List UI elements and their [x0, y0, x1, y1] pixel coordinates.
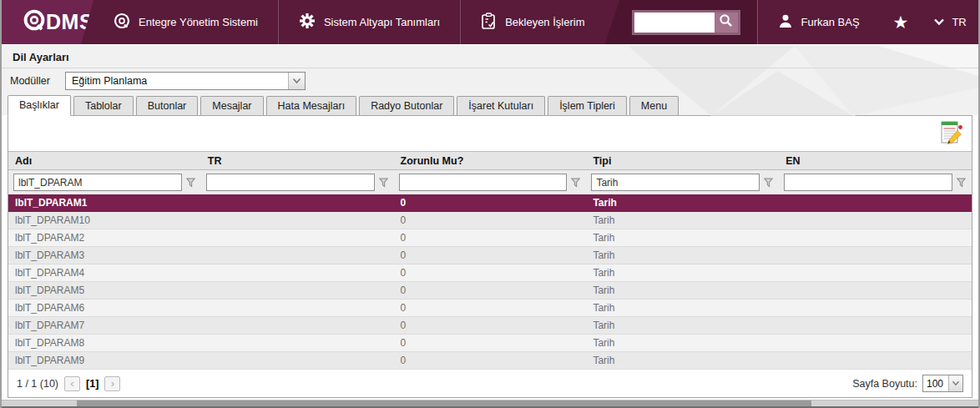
filter-cell [394, 174, 587, 191]
user-menu[interactable]: Furkan BAŞ [757, 0, 880, 44]
column-header[interactable]: EN [779, 152, 972, 169]
nav-sistem-altyapi-tanimlari[interactable]: Sistem Altyapı Tanımları [278, 0, 460, 44]
nav-bekleyen-islerim[interactable]: Bekleyen İşlerim [460, 0, 604, 44]
table-cell: Tarih [586, 285, 779, 296]
qdms-logo[interactable]: DMS [2, 0, 93, 44]
filter-input[interactable] [206, 174, 375, 191]
filter-input[interactable] [591, 174, 760, 191]
filter-cell [586, 174, 779, 191]
horizontal-scrollbar[interactable] [2, 400, 978, 406]
nav-label: Bekleyen İşlerim [505, 16, 584, 28]
table-row[interactable]: lblT_DPARAM40Tarih [8, 264, 972, 282]
scrollbar-thumb[interactable] [77, 400, 811, 406]
table-row[interactable]: lblT_DPARAM100Tarih [8, 212, 972, 229]
qdms-logo-text: DMS [23, 9, 93, 36]
table-cell: lblT_DPARAM7 [8, 320, 201, 331]
search-button[interactable] [715, 13, 738, 33]
nav-label: Sistem Altyapı Tanımları [324, 16, 440, 28]
table-row[interactable]: lblT_DPARAM60Tarih [8, 300, 972, 317]
column-header[interactable]: Adı [8, 152, 201, 169]
tab-butonlar[interactable]: Butonlar [136, 96, 199, 115]
table-cell: Tarih [586, 249, 779, 261]
qdms-q-icon [23, 9, 45, 36]
table-cell: lblT_DPARAM4 [8, 267, 201, 279]
tab-menu[interactable]: Menu [629, 96, 679, 115]
page-header-band: Dil Ayarları Modüller Eğitim Planlama Ba… [2, 46, 978, 115]
table-row[interactable]: lblT_DPARAM70Tarih [8, 317, 972, 335]
table-cell: lblT_DPARAM10 [8, 214, 201, 226]
edit-grid-icon[interactable] [941, 120, 963, 148]
page-size-value: 100 [923, 378, 948, 390]
top-navigation-bar: DMS Entegre Yönetim Sistemi Sistem Altya… [2, 0, 978, 46]
filter-funnel-icon[interactable] [570, 177, 581, 189]
page-title: Dil Ayarları [13, 51, 69, 63]
filter-input[interactable] [784, 174, 952, 191]
chevron-down-icon[interactable] [948, 375, 962, 391]
table-cell: Tarih [586, 214, 779, 226]
search-input[interactable] [634, 13, 715, 33]
tab-basliklar[interactable]: Başlıklar [8, 95, 71, 116]
page-size-dropdown[interactable]: 100 [922, 375, 963, 392]
grid-header-row: AdıTRZorunlu Mu?TipiEN [8, 151, 972, 170]
next-page-button[interactable]: › [104, 376, 120, 391]
table-cell: Tarih [586, 232, 779, 244]
table-cell: 0 [394, 355, 587, 366]
filter-input[interactable] [13, 174, 182, 191]
table-cell: lblT_DPARAM1 [8, 197, 201, 209]
filter-funnel-icon[interactable] [956, 177, 967, 189]
prev-page-button[interactable]: ‹ [64, 376, 80, 391]
table-row[interactable]: lblT_DPARAM50Tarih [8, 282, 972, 300]
table-row[interactable]: lblT_DPARAM80Tarih [8, 335, 972, 352]
gear-icon [299, 13, 316, 32]
nav-entegre-yonetim-sistemi[interactable]: Entegre Yönetim Sistemi [93, 0, 278, 44]
column-header[interactable]: TR [201, 152, 394, 169]
favorites-button[interactable]: ★ [880, 0, 922, 44]
grid-toolbar [8, 116, 972, 151]
user-name: Furkan BAŞ [801, 16, 860, 28]
page-size-label: Sayfa Boyutu: [852, 378, 917, 390]
page-summary: 1 / 1 (10) [17, 378, 58, 390]
tab-hata-mesajlari[interactable]: Hata Mesajları [266, 96, 357, 115]
qdms-circle-icon [114, 13, 130, 32]
table-cell: 0 [394, 302, 587, 314]
table-row[interactable]: lblT_DPARAM30Tarih [8, 247, 972, 264]
qdms-logo-suffix: DMS [46, 10, 93, 34]
table-cell: Tarih [586, 302, 779, 314]
chevron-down-icon [933, 16, 945, 28]
content-panel: AdıTRZorunlu Mu?TipiEN lblT_DPARAM10Tari… [8, 115, 972, 398]
filter-input[interactable] [399, 174, 568, 191]
module-dropdown-value: Eğitim Planlama [66, 75, 288, 87]
table-cell: 0 [394, 214, 587, 226]
filter-funnel-icon[interactable] [378, 177, 389, 189]
table-row[interactable]: lblT_DPARAM90Tarih [8, 352, 972, 370]
table-row[interactable]: lblT_DPARAM10Tarih [8, 194, 972, 212]
table-cell: Tarih [586, 355, 779, 366]
search-icon [719, 13, 733, 31]
module-dropdown[interactable]: Eğitim Planlama [65, 72, 306, 90]
table-cell: lblT_DPARAM3 [8, 249, 201, 261]
chevron-down-icon[interactable] [288, 73, 305, 89]
filter-funnel-icon[interactable] [185, 177, 196, 189]
module-selector-label: Modüller [10, 75, 50, 87]
tab-tablolar[interactable]: Tablolar [73, 96, 134, 115]
column-header[interactable]: Zorunlu Mu? [394, 152, 587, 169]
tab-islem-tipleri[interactable]: İşlem Tipleri [548, 96, 627, 115]
filter-cell [779, 174, 972, 191]
table-cell: 0 [394, 249, 587, 261]
tab-isaret-kutulari[interactable]: İşaret Kutuları [457, 96, 545, 115]
grid-filter-row [8, 170, 972, 194]
grid-body: lblT_DPARAM10TarihlblT_DPARAM100Tarihlbl… [8, 194, 972, 370]
pagination-bar: 1 / 1 (10) ‹ [1] › Sayfa Boyutu: 100 [8, 370, 972, 397]
table-cell: 0 [394, 232, 587, 244]
table-row[interactable]: lblT_DPARAM20Tarih [8, 229, 972, 247]
tab-mesajlar[interactable]: Mesajlar [200, 96, 263, 115]
table-cell: Tarih [586, 267, 779, 279]
table-cell: Tarih [586, 197, 779, 209]
global-search-section [605, 0, 757, 44]
column-header[interactable]: Tipi [586, 152, 779, 169]
tab-radyo-butonlar[interactable]: Radyo Butonlar [359, 96, 454, 115]
current-page[interactable]: [1] [86, 378, 99, 390]
language-selector[interactable]: TR [922, 0, 977, 44]
filter-funnel-icon[interactable] [763, 177, 774, 189]
nav-label: Entegre Yönetim Sistemi [139, 16, 258, 28]
